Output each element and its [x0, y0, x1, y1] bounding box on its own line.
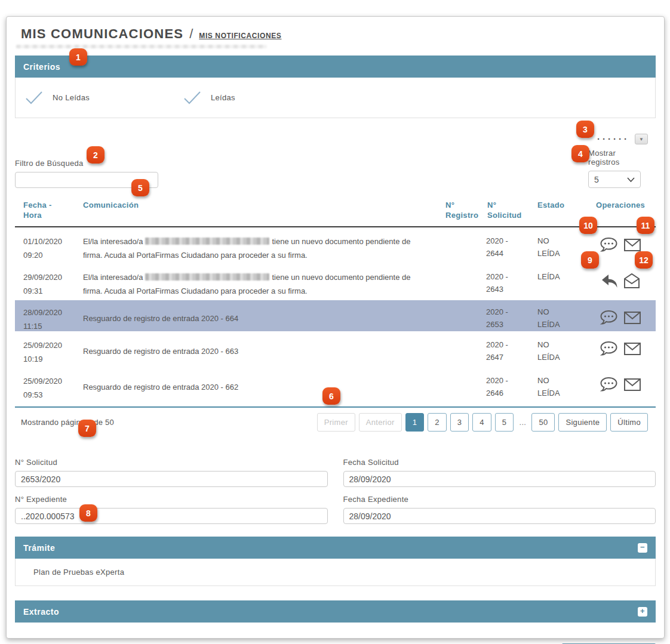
fecha-expediente-field[interactable] [343, 508, 656, 524]
row-date: 28/09/202011:15 [15, 300, 77, 333]
mis-notificaciones-link[interactable]: MIS NOTIFICACIONES [199, 32, 281, 40]
row-message: El/la interesado/atiene un nuevo documen… [77, 227, 435, 262]
annotation-badge-9: 9 [581, 251, 599, 269]
row-estado: NO LEÍDA [537, 300, 585, 331]
expediente-field[interactable] [15, 508, 328, 524]
row-operations [585, 367, 656, 392]
criterios-section: Criterios No Leídas Leídas [15, 56, 656, 118]
row-estado: NO LEÍDA [537, 227, 585, 260]
column-header-registro[interactable]: N° Registro [435, 200, 486, 220]
mail-closed-icon[interactable] [623, 238, 641, 252]
pagination-page-50[interactable]: 50 [531, 413, 555, 432]
annotation-badge-1: 1 [69, 48, 87, 66]
row-solicitud: 2020 - 2653 [486, 300, 537, 331]
column-chooser-dropdown[interactable]: ▼ [635, 134, 648, 144]
annotation-badge-12: 12 [635, 251, 653, 269]
pagination-page-5[interactable]: 5 [495, 413, 514, 432]
mail-closed-icon[interactable] [623, 378, 641, 392]
row-registro [435, 300, 486, 306]
chat-icon[interactable] [600, 377, 618, 392]
pagination-prev-button[interactable]: Anterior [359, 413, 402, 432]
mail-open-icon[interactable] [623, 273, 640, 289]
table-row[interactable]: 01/10/202009:20 El/la interesado/atiene … [15, 227, 656, 263]
row-solicitud: 2020 - 2647 [486, 331, 537, 363]
row-registro [435, 367, 486, 374]
title-separator: / [189, 26, 193, 42]
row-solicitud: 2020 - 2644 [486, 227, 537, 260]
expand-icon[interactable]: + [638, 607, 647, 617]
row-date: 29/09/202009:31 [15, 263, 77, 298]
fecha-solicitud-label: Fecha Solicitud [343, 458, 656, 467]
fecha-expediente-label: Fecha Expediente [343, 495, 656, 504]
checkbox-leidas[interactable]: Leídas [183, 91, 342, 104]
annotation-badge-7: 7 [78, 420, 96, 437]
pagination-page-1[interactable]: 1 [405, 413, 425, 432]
row-date: 25/09/202010:19 [15, 331, 77, 366]
row-message: El/la interesado/atiene un nuevo documen… [77, 263, 435, 298]
row-solicitud: 2020 - 2643 [486, 263, 537, 295]
redacted-subtitle [16, 45, 267, 48]
pagination-next-button[interactable]: Siguiente [558, 413, 607, 432]
page-size-select[interactable]: 5 [588, 171, 641, 188]
chat-icon[interactable] [600, 237, 618, 252]
page-title: MIS COMUNICACIONES [21, 26, 183, 42]
annotation-badge-5: 5 [131, 179, 149, 196]
reply-icon[interactable] [601, 274, 618, 288]
table-row[interactable]: 25/09/202010:19 Resguardo de registro de… [15, 331, 656, 367]
pagination-page-3[interactable]: 3 [450, 413, 469, 432]
column-header-comunicacion[interactable]: Comunicación [77, 200, 435, 220]
tramite-title: Trámite [23, 543, 55, 553]
checkbox-label: No Leídas [53, 93, 90, 102]
chat-icon[interactable] [600, 341, 618, 356]
check-icon [25, 91, 43, 104]
pagination-summary: Mostrando página 1 de 50 [15, 418, 114, 427]
extracto-section: Extracto + [15, 600, 656, 623]
show-records-label: Mostrar registros [588, 149, 648, 167]
extracto-title: Extracto [23, 607, 59, 617]
annotation-badge-2: 2 [87, 146, 105, 164]
check-icon [183, 91, 201, 104]
annotation-badge-11: 11 [637, 217, 654, 234]
annotation-badge-6: 6 [322, 387, 340, 405]
chat-icon[interactable] [600, 310, 618, 325]
column-header-estado[interactable]: Estado [537, 200, 585, 220]
mail-closed-icon[interactable] [623, 342, 641, 356]
row-registro [435, 227, 486, 235]
extracto-header-bar: Extracto + [15, 600, 656, 623]
pagination-page-4[interactable]: 4 [472, 413, 491, 432]
tramite-header-bar: Trámite − [15, 537, 656, 559]
pagination-first-button[interactable]: Primer [317, 413, 355, 432]
pagination-ellipsis: ... [517, 413, 528, 432]
page-header: MIS COMUNICACIONES / MIS NOTIFICACIONES [15, 26, 656, 42]
solicitud-field[interactable] [15, 471, 328, 487]
table-row-selected[interactable]: 28/09/202011:15 Resguardo de registro de… [15, 300, 656, 331]
expediente-label: N° Expediente [15, 495, 328, 504]
page-card: MIS COMUNICACIONES / MIS NOTIFICACIONES … [6, 16, 665, 639]
annotation-badge-10: 10 [579, 217, 597, 234]
solicitud-label: N° Solicitud [15, 458, 328, 467]
fecha-solicitud-field[interactable] [343, 471, 656, 487]
row-operations [585, 300, 656, 325]
chevron-down-icon [627, 177, 635, 182]
tramite-content: Plan de Pruebas eXperta [15, 559, 656, 586]
table-row[interactable]: 29/09/202009:31 El/la interesado/atiene … [15, 263, 656, 300]
pagination-page-2[interactable]: 2 [428, 413, 447, 432]
row-date: 25/09/202009:53 [15, 367, 77, 402]
column-header-fecha[interactable]: Fecha - Hora [15, 200, 77, 220]
collapse-icon[interactable]: − [638, 543, 647, 553]
column-header-solicitud[interactable]: N° Solicitud [486, 200, 537, 220]
row-registro [435, 263, 486, 270]
page-size-value: 5 [594, 175, 599, 184]
row-operations [585, 331, 656, 356]
row-estado: LEÍDA [537, 263, 585, 283]
row-message: Resguardo de registro de entrada 2020 - … [77, 331, 435, 358]
row-estado: NO LEÍDA [537, 331, 585, 363]
checkbox-no-leidas[interactable]: No Leídas [25, 91, 183, 104]
pagination-last-button[interactable]: Último [610, 413, 648, 432]
tramite-section: Trámite − Plan de Pruebas eXperta [15, 537, 656, 586]
row-message: Resguardo de registro de entrada 2020 - … [77, 367, 435, 394]
row-solicitud: 2020 - 2646 [486, 367, 537, 399]
table-header: Fecha - Hora Comunicación N° Registro N°… [15, 200, 656, 227]
pagination-bar: Mostrando página 1 de 50 Primer Anterior… [15, 406, 656, 439]
mail-closed-icon[interactable] [623, 311, 641, 325]
